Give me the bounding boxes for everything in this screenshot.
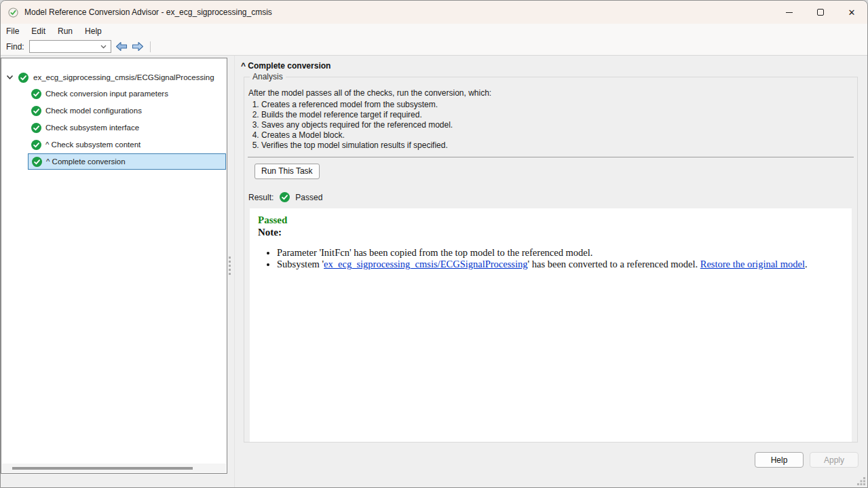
arrow-right-icon xyxy=(132,41,144,52)
report-note-item: Subsystem 'ex_ecg_sigprocessing_cmsis/EC… xyxy=(277,259,852,270)
pass-check-icon xyxy=(32,157,42,167)
tree-item-label: Check conversion input parameters xyxy=(45,90,168,98)
result-pass-check-icon xyxy=(280,192,290,202)
report-note-item: Parameter 'InitFcn' has been copied from… xyxy=(277,247,852,259)
close-button[interactable]: ✕ xyxy=(836,1,867,24)
tree-expand-chevron-icon[interactable] xyxy=(6,75,14,80)
title-bar: Model Reference Conversion Advisor - ex_… xyxy=(1,1,867,24)
tree-root-label: ex_ecg_sigprocessing_cmsis/ECGSignalProc… xyxy=(33,73,214,81)
app-check-icon xyxy=(8,7,18,18)
pass-check-icon xyxy=(31,106,41,116)
conversion-step: Builds the model reference target if req… xyxy=(261,110,854,120)
tree-item-label: ^ Check subsystem content xyxy=(45,140,140,149)
window-title: Model Reference Conversion Advisor - ex_… xyxy=(24,7,272,17)
scrollbar-thumb[interactable] xyxy=(12,467,193,470)
tree-item-check-conversion-input-parameters[interactable]: Check conversion input parameters xyxy=(1,86,226,102)
menu-help[interactable]: Help xyxy=(79,25,108,37)
menu-file[interactable]: File xyxy=(1,25,25,37)
restore-original-model-link[interactable]: Restore the original model xyxy=(700,259,805,269)
subsystem-model-link[interactable]: ex_ecg_sigprocessing_cmsis/ECGSignalProc… xyxy=(324,259,527,269)
conversion-step: Saves any objects required for the refer… xyxy=(261,120,854,130)
close-icon: ✕ xyxy=(848,8,856,17)
panel-splitter-handle[interactable] xyxy=(229,257,232,277)
pass-check-icon xyxy=(31,140,41,150)
tree-item-label: ^ Complete conversion xyxy=(46,157,126,166)
report-note-text: . xyxy=(805,259,808,269)
report-note-text: ' has been converted to a referenced mod… xyxy=(528,259,700,269)
find-input[interactable] xyxy=(30,41,98,52)
main-area: ex_ecg_sigprocessing_cmsis/ECGSignalProc… xyxy=(1,56,867,487)
conversion-step: Creates a Model block. xyxy=(261,130,854,140)
result-label: Result: xyxy=(248,193,273,202)
help-button[interactable]: Help xyxy=(755,452,804,468)
conversion-step: Creates a referenced model from the subs… xyxy=(261,100,854,110)
analysis-separator xyxy=(248,157,854,157)
tree-item-complete-conversion-selected[interactable]: ^ Complete conversion xyxy=(28,153,226,170)
chevron-down-icon xyxy=(100,45,107,49)
toolbar-separator xyxy=(150,41,151,52)
conversion-steps-list: Creates a referenced model from the subs… xyxy=(247,100,854,151)
report-notes-list: Parameter 'InitFcn' has been copied from… xyxy=(250,247,852,269)
report-note-text: Subsystem ' xyxy=(277,259,324,269)
pass-check-icon xyxy=(31,123,41,133)
app-window: Model Reference Conversion Advisor - ex_… xyxy=(0,0,868,488)
checks-tree-panel: ex_ecg_sigprocessing_cmsis/ECGSignalProc… xyxy=(1,58,227,474)
tree-item-label: Check subsystem interface xyxy=(45,124,139,132)
find-toolbar: Find: xyxy=(1,38,867,56)
report-note-text: Parameter 'InitFcn' has been copied from… xyxy=(277,247,592,258)
conversion-step: Verifies the top model simulation result… xyxy=(261,140,854,151)
task-header[interactable]: ^ Complete conversion xyxy=(241,61,331,71)
tree-horizontal-scrollbar[interactable] xyxy=(2,464,226,472)
analysis-groupbox: Analysis After the model passes all of t… xyxy=(244,72,858,443)
pass-check-icon xyxy=(18,73,29,83)
task-detail-panel: ^ Complete conversion Analysis After the… xyxy=(234,56,867,487)
tree-item-label: Check model configurations xyxy=(45,107,142,115)
resize-grip-icon[interactable] xyxy=(856,476,866,486)
tree-item-check-model-configurations[interactable]: Check model configurations xyxy=(1,102,226,119)
analysis-intro-text: After the model passes all of the checks… xyxy=(248,88,854,98)
analysis-legend: Analysis xyxy=(250,72,286,81)
find-previous-button[interactable] xyxy=(115,41,128,52)
find-combobox[interactable] xyxy=(29,40,111,53)
tree-root-item[interactable]: ex_ecg_sigprocessing_cmsis/ECGSignalProc… xyxy=(1,69,226,86)
result-status-text: Passed xyxy=(295,193,322,202)
result-report-area: Passed Note: Parameter 'InitFcn' has bee… xyxy=(250,208,852,442)
tree-item-check-subsystem-interface[interactable]: Check subsystem interface xyxy=(1,119,226,136)
window-controls: ✕ xyxy=(774,1,867,24)
find-label: Find: xyxy=(6,42,24,52)
result-row: Result: Passed xyxy=(248,192,854,202)
menu-edit[interactable]: Edit xyxy=(25,25,52,37)
maximize-icon xyxy=(817,9,824,16)
arrow-left-icon xyxy=(115,41,128,52)
minimize-icon xyxy=(786,12,793,13)
find-next-button[interactable] xyxy=(132,41,144,52)
tree-item-check-subsystem-content[interactable]: ^ Check subsystem content xyxy=(1,136,226,153)
apply-button[interactable]: Apply xyxy=(810,452,858,468)
run-this-task-button[interactable]: Run This Task xyxy=(254,164,320,179)
maximize-button[interactable] xyxy=(805,1,836,24)
report-note-heading: Note: xyxy=(258,227,852,238)
find-dropdown-button[interactable] xyxy=(98,41,109,52)
pass-check-icon xyxy=(31,89,41,99)
report-passed-heading: Passed xyxy=(258,214,852,226)
minimize-button[interactable] xyxy=(774,1,805,24)
menu-bar: File Edit Run Help xyxy=(1,24,867,38)
menu-run[interactable]: Run xyxy=(52,25,79,37)
